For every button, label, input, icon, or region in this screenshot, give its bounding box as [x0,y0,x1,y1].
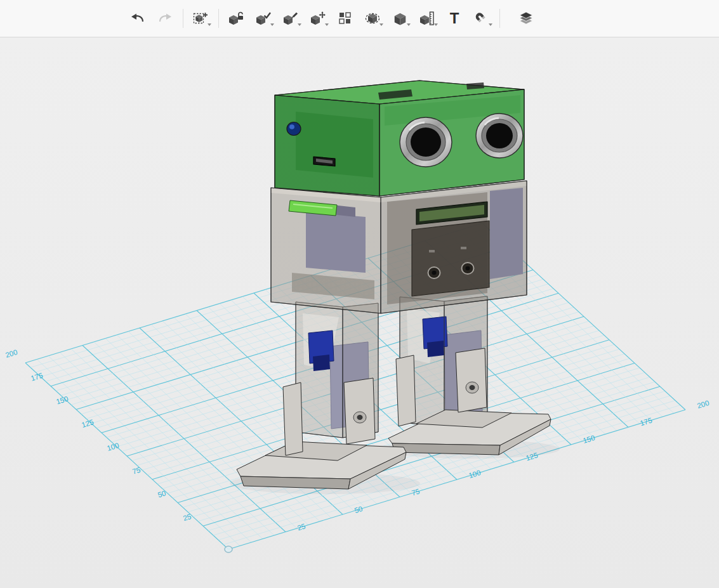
text-tool-button[interactable]: T [444,6,465,30]
layers-icon [518,11,534,26]
magnet-tool-icon [474,11,489,25]
redo-icon [157,11,173,25]
cube-measure-icon [419,11,435,25]
grid-origin-marker [225,546,232,552]
grid-tick-label: 100 [468,469,482,480]
undo-button[interactable] [127,6,148,30]
toolbar-separator [499,9,500,28]
robot-model[interactable] [230,81,560,494]
toolbar-separator [183,9,183,28]
cube-unlock-icon [228,11,244,25]
grid-tick-label: 200 [696,399,710,410]
redo-button[interactable] [154,6,176,30]
robot-button-panel [412,221,489,296]
grid-tick-label: 125 [81,418,95,429]
cube-move-icon [310,11,326,25]
grid-tick-label: 25 [296,522,307,532]
robot-usb-port [313,157,335,166]
solid-cube-icon [392,11,407,25]
multi-cube-icon [338,11,353,25]
grid-tick-label: 25 [182,513,192,522]
robot-foot-right [388,348,551,455]
robot-body [271,181,527,313]
robot-eye-left [400,117,452,167]
grid-tick-label: 50 [157,489,167,499]
robot-head [275,81,524,196]
grid-tick-label: 150 [582,434,596,445]
solid-cube-button[interactable] [389,6,411,30]
grid-tick-label: 150 [55,395,69,405]
viewport-canvas[interactable]: 2001751501251007550252550751001251501752… [0,37,719,588]
cube-measure-button[interactable] [416,6,438,30]
undo-icon [130,11,145,25]
layers-button[interactable] [515,6,537,30]
magnet-tool-button[interactable] [471,6,492,30]
grid-tick-label: 75 [131,466,142,475]
multi-cube-button[interactable] [334,6,356,30]
grid-tick-label: 175 [639,416,653,427]
insert-object-button[interactable] [190,6,211,30]
cube-pencil-button[interactable] [280,6,301,30]
cube-unlock-button[interactable] [225,6,247,30]
cube-move-button[interactable] [307,6,329,30]
cube-lasso-button[interactable] [362,6,383,30]
robot-camera-lens [287,122,301,136]
viewport[interactable]: 2001751501251007550252550751001251501752… [0,37,719,588]
toolbar-separator [218,9,219,28]
text-tool-icon: T [450,11,459,26]
cube-check-icon [256,11,271,25]
cube-check-button[interactable] [253,6,274,30]
grid-tick-label: 200 [4,348,18,359]
grid-tick-label: 100 [106,441,120,452]
grid-tick-label: 50 [353,505,364,514]
insert-object-icon [193,11,208,25]
cube-lasso-icon [365,11,380,25]
robot-eye-right [476,114,523,158]
cube-pencil-icon [283,11,298,25]
grid-tick-label: 175 [30,372,44,382]
grid-tick-label: 75 [411,487,421,497]
toolbar: T [0,0,719,37]
